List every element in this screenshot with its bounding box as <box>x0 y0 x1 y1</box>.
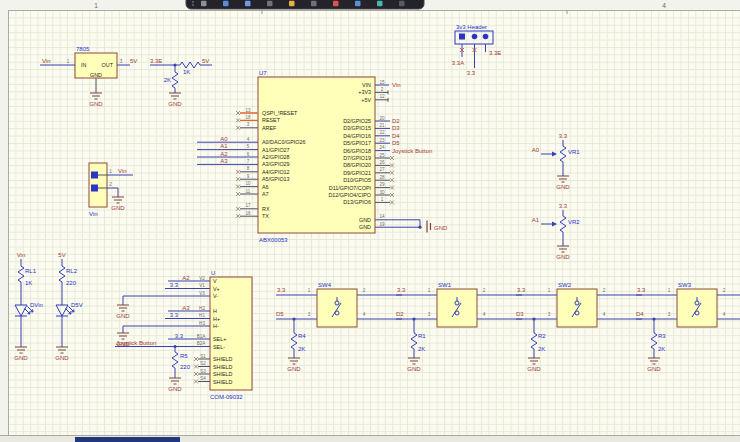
pin-number: 2 <box>381 87 384 92</box>
wire[interactable] <box>115 281 210 378</box>
resistor-symbol[interactable] <box>59 266 65 282</box>
led-indicator-vin[interactable]: Vin RL1 1K DVin GND <box>14 252 43 361</box>
overlay-tool-8-icon[interactable] <box>355 1 361 7</box>
pin-number: 4 <box>603 312 606 317</box>
switch-sw4[interactable]: SW4 3.3 D5 1 2 3 4 R4 2K GND <box>276 282 402 372</box>
switch-sw3[interactable]: SW3 3.3 D4 1 2 3 4 R3 2K GND <box>636 282 740 372</box>
overlay-tool-6-icon[interactable] <box>311 1 317 7</box>
mcu-arduino-nano[interactable]: U7 ABX00053 13 QSPI_!RESET 18 RESET 3 AR… <box>197 70 448 243</box>
wire[interactable] <box>462 44 486 68</box>
ground-symbol[interactable] <box>117 305 129 311</box>
value-label: 2K <box>538 346 545 352</box>
ground-symbol[interactable] <box>117 333 129 339</box>
pin-name: GND <box>359 217 371 223</box>
net-label: A3 <box>182 305 190 311</box>
ground-symbol[interactable] <box>408 358 420 364</box>
pin-name: SHIELD <box>213 371 233 377</box>
toolbar-body[interactable] <box>186 0 424 9</box>
ground-symbol[interactable] <box>112 197 124 203</box>
overlay-tool-7-icon[interactable] <box>333 1 339 7</box>
wire[interactable] <box>541 140 563 176</box>
switch-sw2[interactable]: SW2 3.3 D3 1 2 3 4 R2 2K GND <box>516 282 642 372</box>
component-body[interactable] <box>557 289 597 327</box>
ground-symbol[interactable] <box>90 93 102 99</box>
value-label: 220 <box>66 280 77 286</box>
gnd-label: GND <box>116 313 130 319</box>
vin-connector[interactable]: 1 Vin 2 GND Vin <box>89 163 133 217</box>
component-body[interactable] <box>677 289 717 327</box>
joystick-com-09032[interactable]: U COM-09032 R5 220 GND GND GND Joystick … <box>115 270 252 400</box>
pad <box>459 34 465 40</box>
net-label: A0 <box>220 136 228 142</box>
designator: VR2 <box>568 219 580 225</box>
annotation-toolbar[interactable] <box>186 0 424 9</box>
led-symbol[interactable] <box>15 305 27 316</box>
switch-sw1[interactable]: SW1 3.3 D2 1 2 3 4 R1 2K GND <box>396 282 522 372</box>
overlay-tool-3-icon[interactable] <box>245 1 251 7</box>
overlay-tool-1-icon[interactable] <box>201 1 207 7</box>
pin-name: RX <box>262 206 270 212</box>
pin-name: A3/GPIO29 <box>262 161 290 167</box>
pin-number: 30 <box>379 190 385 195</box>
net-label: D2 <box>392 118 400 124</box>
part-number: COM-09032 <box>210 394 243 400</box>
pin-number: 19 <box>379 222 385 227</box>
wire[interactable] <box>541 210 563 246</box>
pin-designator: V1 <box>199 283 205 288</box>
net-label: A1 <box>532 217 540 223</box>
resistor-symbol[interactable] <box>411 333 417 349</box>
pin-name: D3/GPIO15 <box>343 125 371 131</box>
component-body[interactable] <box>437 289 477 327</box>
voltage-regulator-7805[interactable]: Vin 1 7805 IN OUT GND 3 5V GND <box>40 46 137 107</box>
3v3-header[interactable]: 3v3 Header 3.3A 3.3 3.3E <box>452 24 502 77</box>
overlay-tool-5-icon[interactable] <box>289 1 295 7</box>
overlay-tool-2-icon[interactable] <box>223 1 229 7</box>
component-body[interactable] <box>317 289 357 327</box>
pad <box>472 34 478 40</box>
resistor-symbol[interactable] <box>172 72 178 88</box>
ground-symbol[interactable] <box>288 358 300 364</box>
overlay-tool-4-icon[interactable] <box>267 1 273 7</box>
pin-number: 5 <box>247 144 250 149</box>
designator: U <box>211 270 215 276</box>
resistor-symbol[interactable] <box>560 216 566 232</box>
ground-symbol[interactable] <box>15 347 27 353</box>
resistor-symbol[interactable] <box>172 352 178 368</box>
led-symbol[interactable] <box>56 305 68 316</box>
pin-number: 28 <box>379 175 385 180</box>
resistor-symbol[interactable] <box>18 266 24 282</box>
ground-symbol[interactable] <box>56 347 68 353</box>
resistor-symbol[interactable] <box>560 146 566 162</box>
pin-number: 2 <box>723 288 726 293</box>
overlay-tool-9-icon[interactable] <box>377 1 383 7</box>
ground-symbol[interactable] <box>557 246 569 252</box>
pin-name: SHIELD <box>213 379 233 385</box>
pin-number: 7 <box>247 159 250 164</box>
voltage-divider[interactable]: 3.3E 1K 5V 2K GND <box>150 58 212 108</box>
net-label: 5V <box>202 58 209 64</box>
overlay-tool-10-icon[interactable] <box>399 1 405 7</box>
net-label: 3.3E <box>150 58 162 64</box>
ground-symbol[interactable] <box>648 358 660 364</box>
resistor-symbol[interactable] <box>651 333 657 349</box>
potentiometer-vr1[interactable]: 3.3 VR1 A0 GND <box>532 133 581 190</box>
ground-symbol[interactable] <box>169 378 181 384</box>
pin-number: 4 <box>723 312 726 317</box>
pin-designator: S4 <box>200 376 206 381</box>
wire[interactable] <box>150 65 212 93</box>
potentiometer-vr2[interactable]: 3.3 VR2 A1 GND <box>532 203 581 260</box>
resistor-symbol[interactable] <box>180 62 200 68</box>
net-label: 5V <box>130 58 137 64</box>
ground-symbol[interactable] <box>169 93 181 99</box>
pin-number: 9 <box>247 174 250 179</box>
ground-symbol[interactable] <box>427 221 431 233</box>
ground-symbol[interactable] <box>528 358 540 364</box>
resistor-symbol[interactable] <box>531 333 537 349</box>
ground-symbol[interactable] <box>557 176 569 182</box>
resistor-symbol[interactable] <box>291 333 297 349</box>
led-indicator-5v[interactable]: 5V RL2 220 D5V GND <box>55 252 82 361</box>
net-label: 3.3 <box>559 133 568 139</box>
pin-number: 1 <box>308 288 311 293</box>
pin-number: 1 <box>548 288 551 293</box>
pin-number: 25 <box>379 153 385 158</box>
